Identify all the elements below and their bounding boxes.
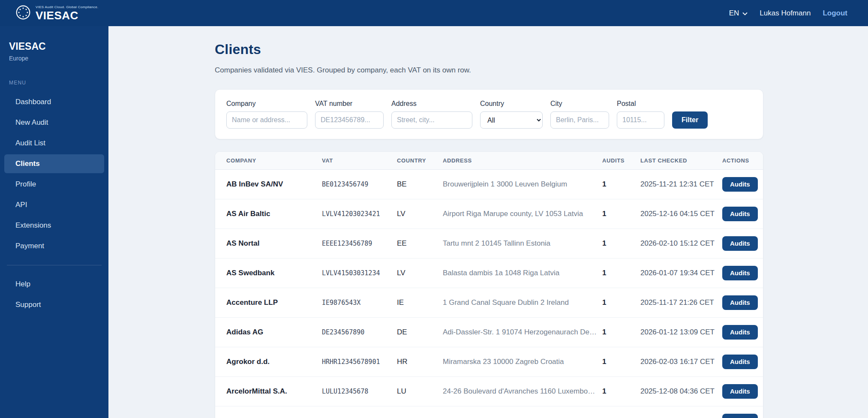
sidebar-item-label: Support: [15, 301, 41, 309]
address-cell: 24-26 Boulevard d'Avranches 1160 Luxembo…: [443, 376, 602, 406]
sidebar-item-audit-list[interactable]: Audit List: [4, 134, 104, 153]
audits-button[interactable]: Audits: [722, 207, 758, 221]
sidebar-item-label: Extensions: [15, 221, 51, 230]
page-subtitle: Companies validated via VIES. Grouped by…: [215, 66, 763, 75]
sidebar-brand: VIESAC Europe: [0, 41, 108, 62]
sidebar-item-support[interactable]: Support: [4, 295, 104, 314]
column-header-country: Country: [397, 152, 443, 169]
vat-cell: DE812345678: [322, 406, 397, 418]
sidebar-item-extensions[interactable]: Extensions: [4, 216, 104, 235]
last-checked-cell: 2025-12-08 04:36 CET: [640, 376, 722, 406]
address-cell: 1 Grand Canal Square Dublin 2 Ireland: [443, 288, 602, 317]
vat-cell: EEEE123456789: [322, 229, 397, 258]
vat-cell: LVLV41203023421: [322, 199, 397, 229]
address-filter-label: Address: [391, 100, 472, 108]
audits-button[interactable]: Audits: [722, 384, 758, 399]
filter-bar: Company VAT number Address Country All: [215, 89, 763, 139]
column-header-address: Address: [443, 152, 602, 169]
sidebar-item-label: Help: [15, 280, 30, 289]
user-name: Lukas Hofmann: [760, 9, 811, 18]
address-cell: Miramarska 23 10000 Zagreb Croatia: [443, 347, 602, 376]
brand-tagline: VIES Audit Cloud. Global Compliance.: [36, 5, 98, 9]
sidebar-nav: Dashboard New Audit Audit List Clients P…: [0, 93, 108, 256]
country-cell: IE: [397, 288, 443, 317]
filter-field-postal: Postal: [617, 100, 664, 129]
country-cell: LU: [397, 376, 443, 406]
sidebar-brand-name: VIESAC: [9, 41, 99, 52]
column-header-vat: VAT: [322, 152, 397, 169]
vat-filter-input[interactable]: [315, 111, 384, 129]
audits-button[interactable]: Audits: [722, 414, 758, 418]
topbar: VIES Audit Cloud. Global Compliance. VIE…: [0, 0, 868, 26]
last-checked-cell: 2026-02-10 15:12 CET: [640, 229, 722, 258]
sidebar-item-label: Payment: [15, 242, 44, 250]
table-row: AB InBev SA/NV BE0123456749 BE Brouwerij…: [215, 169, 763, 199]
company-cell: Agrokor d.d.: [215, 347, 322, 376]
country-cell: BE: [397, 169, 443, 199]
page-title: Clients: [215, 42, 763, 57]
country-filter-select[interactable]: All: [480, 111, 543, 129]
company-cell: AS Air Baltic: [215, 199, 322, 229]
sidebar: VIESAC Europe MENU Dashboard New Audit A…: [0, 26, 108, 418]
chevron-down-icon: [742, 9, 748, 18]
audits-count-cell: 1: [602, 169, 640, 199]
address-filter-input[interactable]: [391, 111, 472, 129]
city-filter-input[interactable]: [550, 111, 609, 129]
filter-button[interactable]: Filter: [672, 111, 708, 129]
table-row: AS Swedbank LVLV41503031234 LV Balasta d…: [215, 258, 763, 288]
audits-count-cell: 1: [602, 258, 640, 288]
company-filter-input[interactable]: [226, 111, 307, 129]
table-row: Agrokor d.d. HRHR12345678901 HR Miramars…: [215, 347, 763, 376]
logout-link[interactable]: Logout: [823, 9, 847, 18]
sidebar-item-payment[interactable]: Payment: [4, 237, 104, 256]
column-header-audits: Audits: [602, 152, 640, 169]
audits-button[interactable]: Audits: [722, 325, 758, 340]
audits-button[interactable]: Audits: [722, 177, 758, 192]
last-checked-cell: 2026-02-13 12:36 CET: [640, 406, 722, 418]
sidebar-item-help[interactable]: Help: [4, 275, 104, 294]
postal-filter-input[interactable]: [617, 111, 664, 129]
last-checked-cell: 2026-01-07 19:34 CET: [640, 258, 722, 288]
sidebar-nav-secondary: Help Support: [0, 275, 108, 314]
last-checked-cell: 2025-12-16 04:15 CET: [640, 199, 722, 229]
sidebar-item-dashboard[interactable]: Dashboard: [4, 93, 104, 111]
sidebar-item-label: Audit List: [15, 139, 45, 147]
country-filter-label: Country: [480, 100, 543, 108]
country-cell: DE: [397, 406, 443, 418]
menu-section-label: MENU: [0, 80, 108, 86]
postal-filter-label: Postal: [617, 100, 664, 108]
last-checked-cell: 2025-11-17 21:26 CET: [640, 288, 722, 317]
filter-field-address: Address: [391, 100, 472, 129]
sidebar-item-new-audit[interactable]: New Audit: [4, 113, 104, 132]
address-cell: Adi-Dassler-Str. 1 91074 Herzogenaurach …: [443, 317, 602, 347]
address-cell: Airport Riga Marupe county, LV 1053 Latv…: [443, 199, 602, 229]
filter-field-city: City: [550, 100, 609, 129]
audits-button[interactable]: Audits: [722, 266, 758, 280]
sidebar-region: Europe: [9, 55, 99, 62]
audits-button[interactable]: Audits: [722, 236, 758, 251]
country-cell: EE: [397, 229, 443, 258]
language-selector[interactable]: EN: [729, 9, 748, 18]
audits-count-cell: 1: [602, 376, 640, 406]
vat-cell: LULU12345678: [322, 376, 397, 406]
table-row: AS Nortal EEEE123456789 EE Tartu mnt 2 1…: [215, 229, 763, 258]
company-filter-label: Company: [226, 100, 307, 108]
audits-count-cell: 1: [602, 347, 640, 376]
audits-button[interactable]: Audits: [722, 355, 758, 369]
column-header-actions: Actions: [722, 152, 763, 169]
vat-cell: HRHR12345678901: [322, 347, 397, 376]
table-row: Adidas AG DE234567890 DE Adi-Dassler-Str…: [215, 317, 763, 347]
table-row: BMW AG DE812345678 DE Petuelring 130 808…: [215, 406, 763, 418]
filter-field-country: Country All: [480, 100, 543, 129]
vat-filter-label: VAT number: [315, 100, 384, 108]
audits-button[interactable]: Audits: [722, 295, 758, 310]
sidebar-item-api[interactable]: API: [4, 195, 104, 214]
table-row: Accenture LLP IE9876543X IE 1 Grand Cana…: [215, 288, 763, 317]
company-cell: Accenture LLP: [215, 288, 322, 317]
clients-table-card: Company VAT Country Address Audits Last …: [215, 151, 763, 418]
clients-table: Company VAT Country Address Audits Last …: [215, 152, 763, 418]
brand-name: VIESAC: [36, 10, 98, 21]
sidebar-item-profile[interactable]: Profile: [4, 175, 104, 194]
column-header-last-checked: Last checked: [640, 152, 722, 169]
sidebar-item-clients[interactable]: Clients: [4, 154, 104, 173]
